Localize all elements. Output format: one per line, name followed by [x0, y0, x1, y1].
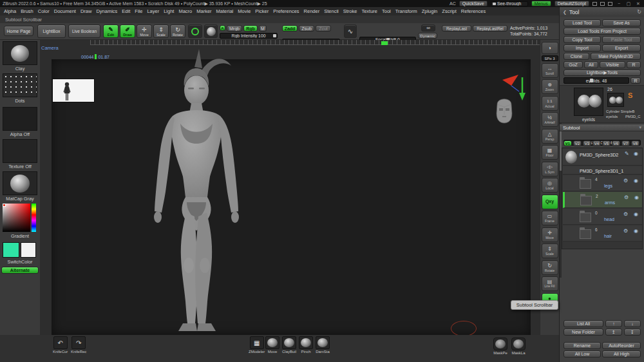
menu-transform[interactable]: Transform: [395, 8, 417, 14]
rename-button[interactable]: Rename: [564, 342, 601, 349]
maximize-icon[interactable]: ▢: [625, 1, 632, 6]
current-brush-thumbnail[interactable]: [3, 41, 37, 65]
move-brush[interactable]: Move: [265, 336, 279, 354]
zcut-button[interactable]: Zcut: [316, 25, 331, 32]
brush-ring-button[interactable]: [188, 24, 202, 38]
menu-references[interactable]: References: [461, 8, 486, 14]
mask-pen-brush[interactable]: MaskPe: [493, 338, 507, 355]
menu-document[interactable]: Document: [54, 8, 76, 14]
damstandard-brush[interactable]: DamSta: [316, 336, 330, 354]
mask-lasso-brush[interactable]: MaskLa: [511, 338, 526, 355]
knife-rect-brush[interactable]: ↷ KnifeRec: [71, 336, 86, 354]
menu-material[interactable]: Material: [216, 8, 234, 14]
move-subtool-down-button[interactable]: ↓: [624, 320, 641, 327]
tab-v6[interactable]: V6: [612, 140, 620, 146]
aahalf-button[interactable]: ½AAHalf: [542, 112, 558, 127]
scroll-button[interactable]: ↔Scroll: [542, 63, 558, 78]
lightbox-tools-button[interactable]: Lightbox▶Tools: [564, 70, 641, 76]
simple-brush-icon[interactable]: S: [628, 91, 632, 99]
lightbox-button[interactable]: LightBox: [37, 24, 66, 38]
current-texture-thumbnail[interactable]: [3, 139, 37, 163]
goz-visible-button[interactable]: Visible: [600, 61, 625, 68]
menu-stroke[interactable]: Stroke: [343, 8, 357, 14]
eye-icon[interactable]: ◉: [634, 151, 638, 157]
see-through-slider[interactable]: See-through: [491, 1, 528, 6]
rgb-button[interactable]: Rgb: [243, 25, 258, 32]
minimize-icon[interactable]: −: [616, 1, 622, 6]
save-as-button[interactable]: Save As: [602, 19, 641, 26]
menu-macro[interactable]: Macro: [178, 8, 192, 14]
load-tool-button[interactable]: Load Tool: [564, 19, 601, 26]
subtool-row-sphere3d1[interactable]: PM3D_Sphere3D1_1: [563, 166, 642, 175]
menu-zplugin[interactable]: Zplugin: [422, 8, 438, 14]
tab-v3[interactable]: V3: [583, 140, 591, 146]
recent-tool-label-1[interactable]: Cylinder SimpleB: [606, 110, 643, 113]
menu-dynamics[interactable]: Dynamics: [96, 8, 117, 14]
actual-button[interactable]: 1:1Actual: [542, 96, 558, 111]
mrgb-button[interactable]: Mrgb: [227, 25, 242, 32]
tool-quicksave-slider[interactable]: eyelids. 48: [564, 77, 629, 84]
eye-icon[interactable]: ◉: [634, 229, 638, 234]
main-canvas[interactable]: Camera 00044 01.87: [40, 40, 540, 335]
clone-button[interactable]: Clone: [564, 53, 589, 60]
m-button[interactable]: M: [259, 25, 267, 32]
zoom-button[interactable]: ⊕Zoom: [542, 79, 558, 94]
secondary-color-swatch[interactable]: [21, 242, 36, 258]
current-material-thumbnail[interactable]: [3, 171, 37, 195]
dual-dot-icon[interactable]: ∞: [421, 24, 435, 32]
move-into-folder-up-button[interactable]: ↥: [605, 329, 622, 336]
rotate-mode-button[interactable]: ↻ Rotate: [170, 24, 185, 38]
zadd-button[interactable]: Zadd: [282, 25, 298, 32]
gear-icon[interactable]: ⚙: [623, 229, 628, 234]
move-canvas-button[interactable]: ✛Move: [542, 227, 558, 242]
pinch-brush[interactable]: Pinch: [299, 336, 313, 354]
menu-color[interactable]: Color: [38, 8, 50, 14]
eye-icon[interactable]: ◉: [634, 178, 638, 184]
recent-tool-label-3[interactable]: PM3D_C: [625, 115, 643, 119]
menu-edit[interactable]: Edit: [122, 8, 130, 14]
subtool-row-sphere3d2[interactable]: PM3D_Sphere3D2 ✎ ◉: [563, 149, 642, 166]
subtool-row-head[interactable]: 0 head ⚙ ◉: [563, 209, 642, 225]
menu-stencil[interactable]: Stencil: [324, 8, 339, 14]
hue-strip[interactable]: [32, 204, 36, 232]
main-color-swatch[interactable]: [3, 242, 19, 258]
load-tools-from-project-button[interactable]: Load Tools From Project: [564, 28, 641, 35]
palette-cycle-icon[interactable]: ↻: [637, 9, 641, 15]
subtool-row-arms[interactable]: 2 arms ⚙ ◉: [563, 192, 642, 208]
menus-toggle[interactable]: Menus: [531, 1, 551, 6]
preview-thumbnail[interactable]: [52, 79, 95, 102]
line-fill-button[interactable]: ▤Line Fill: [542, 276, 558, 291]
floor-button[interactable]: ▦Floor: [542, 145, 558, 160]
menu-preferences[interactable]: Preferences: [273, 8, 299, 14]
menu-alpha[interactable]: Alpha: [4, 8, 16, 14]
panels-icon[interactable]: [600, 2, 605, 6]
copy-tool-button[interactable]: Copy Tool: [564, 36, 601, 43]
lsym-button[interactable]: ◁▷L.Sym: [542, 162, 558, 176]
replay-last-button[interactable]: ReplayLast: [442, 25, 471, 32]
knife-curve-brush[interactable]: ↶ KnifeCur: [53, 336, 68, 354]
scale-mode-button[interactable]: ⇕ Scale: [153, 24, 169, 38]
subtool-row-hair[interactable]: 6 hair ⚙ ◉: [563, 225, 642, 242]
spix-slider[interactable]: SPix 3: [542, 55, 558, 61]
quicksave-button[interactable]: QuickSave: [459, 1, 488, 6]
move-subtool-up-button[interactable]: ↑: [605, 320, 622, 327]
material-preview-button[interactable]: [204, 24, 218, 38]
move-mode-button[interactable]: ✛ Move: [137, 24, 152, 38]
timeline-marker[interactable]: [381, 41, 388, 45]
home-page-button[interactable]: Home Page: [4, 26, 33, 36]
layout-icon[interactable]: [592, 2, 597, 6]
current-alpha-thumbnail[interactable]: [3, 107, 37, 131]
menu-draw[interactable]: Draw: [80, 8, 92, 14]
frame-button[interactable]: ▭Frame: [542, 211, 558, 225]
section-menu-icon[interactable]: ▾: [639, 125, 641, 130]
eye-icon[interactable]: ◉: [634, 212, 638, 217]
zmodeler-brush[interactable]: ▦ ZModeler: [249, 336, 265, 354]
paste-tool-button[interactable]: Paste Tool: [602, 36, 641, 43]
auto-reorder-button[interactable]: AutoReorder: [602, 342, 641, 349]
menu-layer[interactable]: Layer: [147, 8, 159, 14]
menu-marker[interactable]: Marker: [196, 8, 211, 14]
tool-r-button[interactable]: R: [630, 77, 641, 84]
timeline-ruler[interactable]: [90, 40, 540, 45]
list-all-button[interactable]: List All: [564, 320, 603, 327]
current-stroke-thumbnail[interactable]: [3, 73, 37, 97]
